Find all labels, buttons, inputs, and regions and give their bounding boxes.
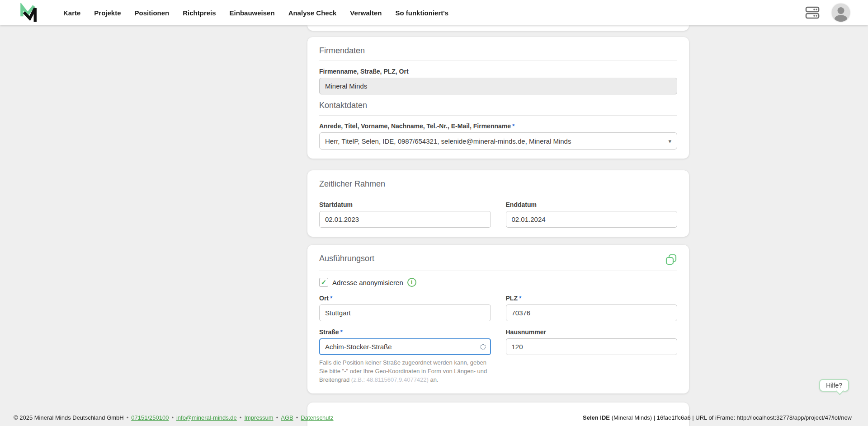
separator: • — [240, 414, 242, 421]
user-avatar[interactable] — [832, 4, 850, 22]
kontaktdaten-section: Kontaktdaten Anrede, Titel, Vorname, Nac… — [319, 101, 677, 150]
enddatum-input[interactable] — [506, 211, 678, 228]
ort-label: Ort* — [319, 295, 491, 302]
info-icon[interactable]: i — [407, 278, 416, 287]
kontakt-select[interactable]: Herr, TitelP, Selen, IDE, 0987/654321, s… — [319, 132, 677, 150]
strasse-hint: Falls die Position keiner Straße zugeord… — [319, 359, 491, 384]
info-glyph: i — [411, 279, 412, 286]
footer: © 2025 Mineral Minds Deutschland GmbH • … — [0, 409, 868, 426]
plz-label-text: PLZ — [506, 295, 518, 302]
kontakt-label: Anrede, Titel, Vorname, Nachname, Tel.-N… — [319, 122, 677, 130]
nav-item-karte[interactable]: Karte — [63, 9, 80, 17]
hausnummer-label: Hausnummer — [506, 328, 678, 336]
kontakt-label-text: Anrede, Titel, Vorname, Nachname, Tel.-N… — [319, 122, 511, 130]
ide-info: (Mineral Minds) | 16fae1ffc6a6 | URL of … — [610, 414, 852, 421]
mineral-minds-logo-icon[interactable] — [18, 3, 40, 23]
footer-link-datenschutz[interactable]: Datenschutz — [301, 414, 333, 421]
timeframe-card: Zeitlicher Rahmen Startdatum Enddatum — [307, 170, 689, 237]
plz-field: PLZ* — [506, 295, 678, 321]
footer-link-email[interactable]: info@mineral-minds.de — [176, 414, 237, 421]
location-card: Ausführungsort ✓ Adresse anonymisieren i… — [307, 245, 689, 393]
anonymize-row: ✓ Adresse anonymisieren i — [319, 278, 677, 287]
hint-coords: (z.B.: 48.8115607,9.4077422) — [351, 376, 429, 383]
separator: • — [276, 414, 278, 421]
nav-item-projekte[interactable]: Projekte — [94, 9, 121, 17]
enddatum-field: Enddatum — [506, 201, 678, 228]
firmendaten-title: Firmendaten — [319, 46, 677, 56]
avatar-body-icon — [835, 15, 847, 22]
main-nav: Karte Projekte Positionen Richtpreis Ein… — [63, 9, 448, 17]
ort-input[interactable] — [319, 304, 491, 321]
top-navbar: Karte Projekte Positionen Richtpreis Ein… — [0, 0, 868, 25]
firmendaten-section: Firmendaten Firmenname, Straße, PLZ, Ort — [319, 46, 677, 94]
nav-item-verwalten[interactable]: Verwalten — [350, 9, 382, 17]
kontakt-select-value: Herr, TitelP, Selen, IDE, 0987/654321, s… — [325, 137, 571, 145]
navbar-right — [805, 4, 850, 22]
divider — [319, 115, 677, 116]
hausnummer-field: Hausnummer — [506, 328, 678, 384]
kontaktdaten-title: Kontaktdaten — [319, 101, 677, 110]
ide-name: Selen IDE — [583, 414, 610, 421]
timeframe-title: Zeitlicher Rahmen — [319, 179, 677, 189]
footer-right: Selen IDE (Mineral Minds) | 16fae1ffc6a6… — [583, 414, 852, 421]
strasse-field: Straße* Falls die Position keiner Straße… — [319, 328, 491, 384]
startdatum-label: Startdatum — [319, 201, 491, 208]
anonymize-label: Adresse anonymisieren — [332, 279, 403, 286]
loading-spinner-icon — [480, 344, 486, 350]
required-marker: * — [340, 328, 343, 336]
firmenname-label: Firmenname, Straße, PLZ, Ort — [319, 68, 677, 75]
required-marker: * — [330, 295, 332, 302]
copyright-text: © 2025 Mineral Minds Deutschland GmbH — [14, 414, 124, 421]
chevron-down-icon: ▾ — [668, 138, 671, 145]
plz-input[interactable] — [506, 304, 678, 321]
separator: • — [171, 414, 174, 421]
footer-link-impressum[interactable]: Impressum — [244, 414, 273, 421]
nav-item-richtpreis[interactable]: Richtpreis — [183, 9, 216, 17]
strasse-input[interactable] — [319, 338, 491, 355]
server-stack-icon[interactable] — [805, 5, 820, 20]
firmenname-input — [319, 78, 677, 94]
required-marker: * — [512, 122, 514, 130]
enddatum-label: Enddatum — [506, 201, 678, 208]
nav-item-positionen[interactable]: Positionen — [135, 9, 170, 17]
previous-card-partial — [307, 25, 689, 31]
separator: • — [127, 414, 129, 421]
company-contact-card: Firmendaten Firmenname, Straße, PLZ, Ort… — [307, 37, 689, 159]
duplicate-icon[interactable] — [665, 254, 677, 266]
strasse-label: Straße* — [319, 328, 491, 336]
plz-label: PLZ* — [506, 295, 678, 302]
checkmark-icon: ✓ — [321, 278, 327, 286]
divider — [319, 271, 677, 271]
nav-item-analyse-check[interactable]: Analyse Check — [288, 9, 337, 17]
startdatum-field: Startdatum — [319, 201, 491, 228]
nav-item-so-funktionierts[interactable]: So funktioniert's — [395, 9, 448, 17]
divider — [319, 194, 677, 194]
ort-field: Ort* — [319, 295, 491, 321]
avatar-head-icon — [838, 7, 844, 14]
separator: • — [296, 414, 298, 421]
footer-link-phone[interactable]: 07151/250100 — [131, 414, 169, 421]
startdatum-input[interactable] — [319, 211, 491, 228]
footer-link-agb[interactable]: AGB — [281, 414, 293, 421]
strasse-label-text: Straße — [319, 328, 339, 336]
form-column: Firmendaten Firmenname, Straße, PLZ, Ort… — [307, 0, 689, 426]
divider — [319, 61, 677, 61]
ort-label-text: Ort — [319, 295, 329, 302]
footer-left: © 2025 Mineral Minds Deutschland GmbH • … — [14, 414, 334, 421]
hint-suffix: an. — [429, 376, 439, 383]
location-title: Ausführungsort — [319, 254, 374, 263]
nav-item-einbauweisen[interactable]: Einbauweisen — [230, 9, 275, 17]
required-marker: * — [519, 295, 521, 302]
help-button[interactable]: Hilfe? — [819, 379, 849, 392]
anonymize-checkbox[interactable]: ✓ — [319, 278, 328, 287]
hausnummer-input[interactable] — [506, 338, 678, 355]
